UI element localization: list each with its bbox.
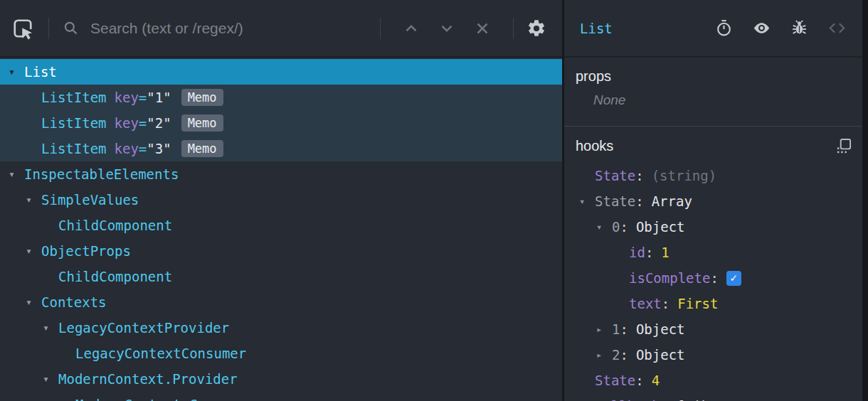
- react-devtools-components-panel: ▾List▾ListItemkey="1"Memo▾ListItemkey="2…: [0, 0, 868, 401]
- expand-arrow-icon[interactable]: ▾: [24, 245, 41, 257]
- chevron-up-icon: [402, 19, 420, 38]
- tree-row[interactable]: ▾InspectableElements: [0, 161, 562, 187]
- chevron-down-icon: [438, 19, 456, 38]
- expand-arrow-icon[interactable]: ▾: [41, 373, 58, 385]
- hook-row[interactable]: ▾State:4: [576, 368, 861, 393]
- key-attribute-equals: =: [139, 115, 147, 131]
- log-to-console-button[interactable]: [790, 19, 808, 37]
- hook-name: State: [595, 168, 635, 183]
- inspector-toolbar: List: [564, 0, 868, 58]
- hook-row[interactable]: ▾State:(string): [576, 163, 861, 188]
- expand-arrow-icon[interactable]: ▾: [24, 193, 41, 206]
- hook-name: State: [595, 373, 635, 388]
- key-attribute-name: key: [115, 115, 139, 131]
- key-attribute-name: key: [115, 141, 139, 156]
- expand-arrow-icon[interactable]: ▾: [24, 296, 41, 309]
- hook-name: State: [595, 193, 635, 209]
- hook-value: 4: [652, 373, 660, 388]
- hooks-heading: hooks: [576, 138, 613, 154]
- tree-row[interactable]: ▾ChildComponent: [0, 264, 562, 289]
- hook-name: Callback: [595, 398, 660, 401]
- expand-arrow-icon[interactable]: ▸: [596, 324, 612, 335]
- key-attribute-name: key: [115, 90, 139, 105]
- toolbar-divider: [380, 18, 381, 39]
- tree-row[interactable]: ▾LegacyContextProvider: [0, 315, 562, 341]
- component-name: InspectableElements: [24, 166, 179, 182]
- component-name: ModernContext.Provider: [58, 371, 238, 387]
- hook-value: (string): [652, 168, 717, 183]
- hook-colon: :: [635, 373, 643, 388]
- hook-row[interactable]: ▾text:First: [576, 291, 861, 316]
- component-name: ListItem: [41, 90, 107, 105]
- hook-name: 2: [612, 347, 620, 363]
- key-attribute-value: "1": [147, 90, 171, 105]
- hook-colon: :: [662, 296, 669, 311]
- search-clear-button[interactable]: [473, 19, 492, 38]
- hook-colon: :: [710, 270, 718, 286]
- hook-row[interactable]: ▾Callback:f (): [576, 393, 861, 401]
- scrollbar-track[interactable]: [862, 0, 868, 401]
- code-icon: [827, 18, 847, 38]
- tree-row[interactable]: ▾ModernContext.Consumer: [0, 392, 562, 401]
- view-source-button[interactable]: [827, 18, 847, 38]
- hook-value: Object: [636, 347, 685, 363]
- tree-row[interactable]: ▾ListItemkey="2"Memo: [0, 110, 562, 136]
- hook-name: id: [629, 245, 645, 260]
- tree-row[interactable]: ▾ModernContext.Provider: [0, 366, 562, 392]
- search-input[interactable]: [90, 20, 367, 37]
- bug-icon: [790, 19, 808, 37]
- expand-arrow-icon[interactable]: ▾: [596, 221, 612, 232]
- hooks-section: hooks ▾State:(string)▾State:Array▾0:Obje…: [564, 127, 868, 401]
- search-prev-button[interactable]: [402, 19, 420, 38]
- suspense-toggle-button[interactable]: [715, 19, 733, 37]
- hook-row[interactable]: ▸1:Object: [576, 316, 861, 342]
- tree-row[interactable]: ▾ListItemkey="1"Memo: [0, 85, 562, 110]
- component-name: ModernContext.Consumer: [75, 397, 255, 401]
- settings-button[interactable]: [526, 18, 546, 38]
- hook-colon: :: [660, 398, 668, 401]
- hook-row[interactable]: ▾State:Array: [576, 188, 861, 214]
- expand-arrow-icon[interactable]: ▾: [7, 65, 24, 78]
- tree-row[interactable]: ▾ListItemkey="3"Memo: [0, 136, 562, 161]
- tree-row[interactable]: ▾LegacyContextConsumer: [0, 341, 562, 366]
- tree-row[interactable]: ▾SimpleValues: [0, 187, 562, 213]
- memo-badge: Memo: [181, 89, 223, 106]
- hook-colon: :: [635, 168, 643, 183]
- component-name: LegacyContextProvider: [58, 320, 229, 336]
- hook-name: 0: [612, 219, 620, 235]
- expand-arrow-icon[interactable]: ▸: [596, 349, 612, 360]
- hook-value-checkbox[interactable]: ✓: [726, 271, 741, 286]
- hook-value: f (): [676, 398, 709, 401]
- expand-arrow-icon[interactable]: ▾: [7, 168, 24, 181]
- component-name: LegacyContextConsumer: [75, 346, 246, 361]
- hook-colon: :: [635, 193, 643, 209]
- memo-badge: Memo: [181, 114, 223, 132]
- hook-row[interactable]: ▾id:1: [576, 240, 861, 265]
- inspect-dom-button[interactable]: [752, 18, 771, 38]
- parse-hooks-button[interactable]: [836, 138, 852, 154]
- hook-value: Object: [636, 219, 685, 235]
- hook-row[interactable]: ▾0:Object: [576, 214, 861, 240]
- search-next-button[interactable]: [438, 19, 456, 38]
- inspect-element-icon: [10, 16, 36, 41]
- stopwatch-icon: [715, 19, 733, 37]
- expand-arrow-icon[interactable]: ▾: [579, 196, 595, 207]
- tree-row[interactable]: ▾List: [0, 59, 562, 85]
- inspect-element-button[interactable]: [10, 16, 36, 41]
- hook-colon: :: [620, 347, 628, 363]
- props-section: props None: [564, 58, 868, 127]
- hook-name: isComplete: [629, 270, 710, 286]
- toolbar-divider: [513, 18, 514, 39]
- expand-arrow-icon[interactable]: ▾: [41, 321, 58, 334]
- tree-row[interactable]: ▾ObjectProps: [0, 238, 562, 264]
- props-empty-value: None: [593, 92, 857, 108]
- tree-row[interactable]: ▾ChildComponent: [0, 213, 562, 238]
- toolbar-divider: [48, 18, 49, 39]
- hook-value: First: [677, 296, 718, 311]
- key-attribute-equals: =: [139, 141, 147, 156]
- gear-icon: [526, 18, 546, 38]
- hook-row[interactable]: ▸2:Object: [576, 342, 861, 368]
- tree-row[interactable]: ▾Contexts: [0, 289, 562, 315]
- hook-row[interactable]: ▾isComplete:✓: [576, 265, 861, 291]
- inspected-component-title: List: [580, 21, 715, 36]
